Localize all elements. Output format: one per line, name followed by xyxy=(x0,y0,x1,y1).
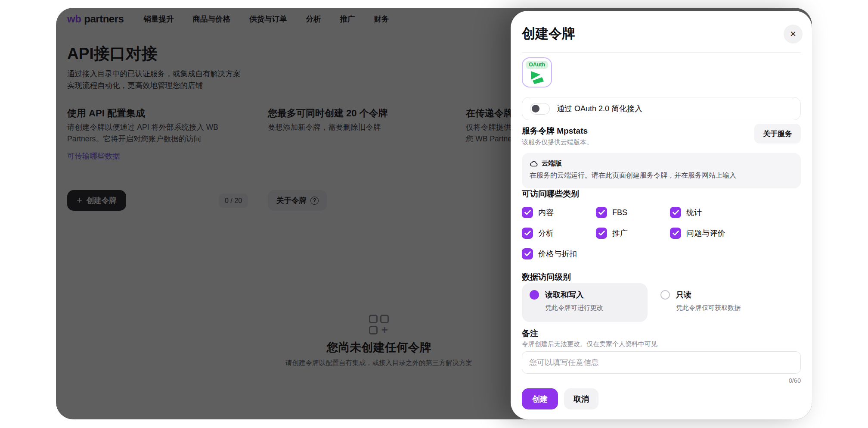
checkbox-checked-icon xyxy=(522,207,533,218)
radio-selected-icon xyxy=(530,290,539,300)
checkbox-fbs[interactable]: FBS xyxy=(596,207,627,218)
checkbox-checked-icon xyxy=(670,228,681,239)
cloud-banner: 云端版 在服务的云端运行。请在此页面创建服务令牌，并在服务网站上输入 xyxy=(522,153,801,188)
oauth-toggle[interactable] xyxy=(530,103,550,115)
checkbox-prices-discounts[interactable]: 价格与折扣 xyxy=(522,248,577,259)
oauth-toggle-row[interactable]: 通过 OAuth 2.0 简化接入 xyxy=(522,97,801,120)
checkbox-promotion[interactable]: 推广 xyxy=(596,228,628,239)
modal-actions: 创建 取消 xyxy=(522,388,598,409)
checkbox-checked-icon xyxy=(596,228,607,239)
cloud-banner-text: 在服务的云端运行。请在此页面创建服务令牌，并在服务网站上输入 xyxy=(530,171,793,180)
char-counter: 0/60 xyxy=(789,377,801,384)
checkbox-analytics[interactable]: 分析 xyxy=(522,228,554,239)
toggle-knob xyxy=(532,105,539,112)
access-level-heading: 数据访问级别 xyxy=(522,272,571,283)
checkbox-questions-reviews[interactable]: 问题与评价 xyxy=(670,228,725,239)
close-icon[interactable]: ✕ xyxy=(784,25,803,44)
access-option-read-write[interactable]: 读取和写入 凭此令牌可进行更改 xyxy=(522,283,648,322)
cloud-banner-title: 云端版 xyxy=(542,159,562,168)
mpstats-logo-icon xyxy=(529,70,545,84)
checkbox-checked-icon xyxy=(596,207,607,218)
create-button[interactable]: 创建 xyxy=(522,388,558,409)
checkbox-checked-icon xyxy=(670,207,681,218)
cloud-icon xyxy=(530,160,538,167)
note-input[interactable] xyxy=(522,351,801,374)
checkbox-checked-icon xyxy=(522,248,533,259)
checkbox-checked-icon xyxy=(522,228,533,239)
cancel-button[interactable]: 取消 xyxy=(564,388,598,409)
service-note: 该服务仅提供云端版本。 xyxy=(522,138,593,147)
radio-unselected-icon xyxy=(660,290,670,300)
modal-divider xyxy=(522,52,801,53)
categories-heading: 可访问哪些类别 xyxy=(522,188,579,200)
service-name: 服务令牌 Mpstats xyxy=(522,125,588,137)
checkbox-statistics[interactable]: 统计 xyxy=(670,207,702,218)
checkbox-content[interactable]: 内容 xyxy=(522,207,554,218)
note-heading: 备注 xyxy=(522,328,538,339)
note-description: 令牌创建后无法更改。仅在卖家个人资料中可见 xyxy=(522,340,657,348)
oauth-badge: OAuth xyxy=(526,61,548,69)
create-token-modal: 创建令牌 ✕ OAuth 通过 OAuth 2.0 简化接入 服务令牌 Mpst… xyxy=(511,11,812,419)
modal-title: 创建令牌 xyxy=(522,25,575,43)
oauth-toggle-label: 通过 OAuth 2.0 简化接入 xyxy=(557,103,642,114)
screen: wb partners 销量提升 商品与价格 供货与订单 分析 推广 财务 AP… xyxy=(0,0,868,428)
about-service-button[interactable]: 关于服务 xyxy=(754,124,801,144)
access-option-read-only[interactable]: 只读 凭此令牌仅可获取数据 xyxy=(653,283,795,322)
service-oauth-icon: OAuth xyxy=(522,57,552,87)
